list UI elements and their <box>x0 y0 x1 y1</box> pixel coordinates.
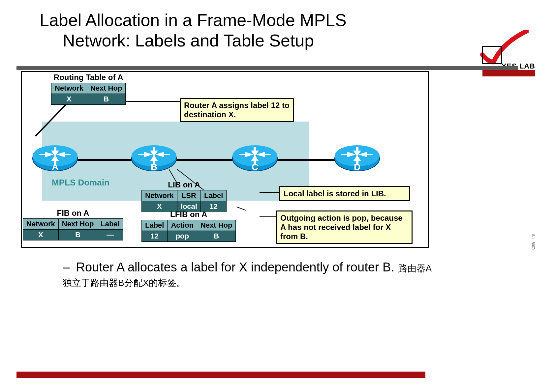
bullet-en: Router A allocates a label for X indepen… <box>76 260 394 274</box>
lib-th-lsr: LSR <box>177 190 200 201</box>
lfib-table: LabelActionNext Hop 12popB <box>141 220 236 242</box>
note-assign-label: Router A assigns label 12 to destination… <box>180 98 294 122</box>
bullet-dash: – <box>63 260 73 274</box>
divider-red-accent <box>482 70 535 76</box>
fib-th-nexthop: Next Hop <box>58 219 97 230</box>
lib-on-a: LIB on A NetworkLSRLabel Xlocal12 <box>141 180 227 212</box>
lfib-td-action: pop <box>168 231 197 242</box>
fib-th-label: Label <box>97 219 123 230</box>
fib-td-nexthop: B <box>58 230 97 240</box>
td-network: X <box>51 94 87 105</box>
router-c-label: C <box>232 162 278 172</box>
lib-table: NetworkLSRLabel Xlocal12 <box>141 190 227 212</box>
lfib-td-label: 12 <box>142 231 168 242</box>
network-diagram: MPLS Domain A B C <box>21 71 429 248</box>
connector-note-lfib <box>260 216 277 217</box>
routing-table-a: Routing Table of A NetworkNext Hop XB <box>51 73 126 105</box>
note-lfib: Outgoing action is pop, because A has no… <box>276 210 413 244</box>
lib-th-network: Network <box>142 190 177 201</box>
th-network: Network <box>51 83 87 94</box>
lfib-td-nexthop: B <box>197 231 236 242</box>
title-line-2: Network: Labels and Table Setup <box>40 31 314 50</box>
fib-td-label: — <box>97 230 123 240</box>
router-a-label: A <box>32 162 78 172</box>
td-nexthop: B <box>87 94 126 105</box>
th-nexthop: Next Hop <box>87 83 126 94</box>
bullet-text: – Router A allocates a label for X indep… <box>63 260 432 289</box>
routing-table: NetworkNext Hop XB <box>51 83 126 105</box>
mpls-domain-label: MPLS Domain <box>52 178 109 188</box>
lfib-th-action: Action <box>168 220 197 231</box>
fib-td-network: X <box>23 230 59 240</box>
slide: Label Allocation in a Frame-Mode MPLS Ne… <box>0 0 555 392</box>
fib-on-a: FIB on A NetworkNext HopLabel XB— <box>23 209 123 240</box>
fib-title: FIB on A <box>23 209 123 218</box>
connector-note-assign <box>121 101 180 102</box>
router-a: A <box>32 145 78 172</box>
title-line-1: Label Allocation in a Frame-Mode MPLS <box>40 11 347 30</box>
image-code: 020G_778 <box>532 234 535 250</box>
lfib-on-a: LFIB on A LabelActionNext Hop 12popB <box>141 210 236 242</box>
footer-bar-red <box>16 372 425 378</box>
note-lib: Local label is stored in LIB. <box>279 186 410 201</box>
page-title: Label Allocation in a Frame-Mode MPLS Ne… <box>40 10 369 51</box>
connector-lib-note-2 <box>236 207 246 210</box>
routing-table-title: Routing Table of A <box>51 73 126 82</box>
lib-title: LIB on A <box>141 180 227 189</box>
router-d-label: D <box>334 162 380 172</box>
router-c: C <box>232 145 278 172</box>
logo-box-icon <box>482 46 502 64</box>
router-b: B <box>131 145 177 172</box>
lfib-th-label: Label <box>142 220 168 231</box>
router-b-label: B <box>131 162 177 172</box>
yeslab-logo: YES LAB <box>469 26 535 66</box>
lib-th-label: Label <box>200 190 226 201</box>
fib-th-network: Network <box>23 219 59 230</box>
router-d: D <box>334 145 380 172</box>
connector-note-lib <box>260 192 279 193</box>
fib-table: NetworkNext HopLabel XB— <box>23 218 123 240</box>
lfib-title: LFIB on A <box>141 210 236 219</box>
divider-gray <box>16 66 518 70</box>
lfib-th-nexthop: Next Hop <box>197 220 236 231</box>
